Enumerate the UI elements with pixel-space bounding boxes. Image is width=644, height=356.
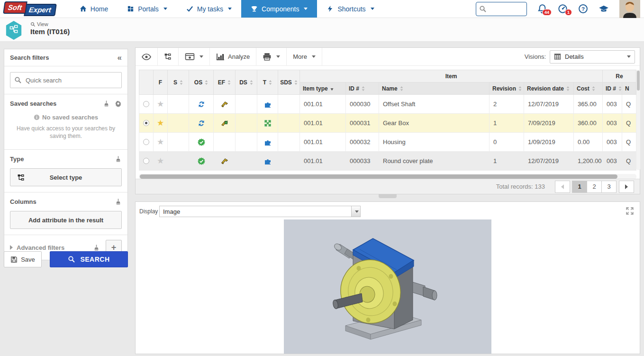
help-button[interactable] xyxy=(578,4,588,14)
structure-button[interactable] xyxy=(158,48,179,65)
visions-select[interactable]: Details xyxy=(550,50,635,64)
favorite-star-icon[interactable]: ★ xyxy=(157,100,164,109)
avatar[interactable] xyxy=(619,0,640,18)
row-radio[interactable] xyxy=(143,101,149,107)
table-row-selected[interactable]: ★ 001.01 000031 Gear Box 1 7/09/2019 360… xyxy=(139,114,636,133)
search-button[interactable]: SEARCH xyxy=(50,251,128,267)
print-button[interactable] xyxy=(256,48,287,65)
part-icon xyxy=(220,157,229,165)
prev-page-button[interactable] xyxy=(555,181,570,193)
graduation-cap-icon xyxy=(599,4,609,14)
cell-re-id: 003 xyxy=(603,133,622,152)
part-icon xyxy=(220,100,229,109)
sort-icon xyxy=(592,86,595,91)
columns-title: Columns xyxy=(10,198,36,205)
sort-icon xyxy=(205,80,208,85)
nav-home-label: Home xyxy=(91,5,108,13)
collapse-chevrons-icon[interactable]: « xyxy=(118,53,122,63)
table-row[interactable]: ★ 001.01 000032 Housing 0 1/09/2019 0.00… xyxy=(139,133,636,152)
nav-home[interactable]: Home xyxy=(70,0,118,18)
cell-re-name: Q xyxy=(622,114,636,133)
arrow-left-icon xyxy=(561,184,564,189)
header-name[interactable]: Name xyxy=(379,82,490,95)
display-select[interactable]: Image xyxy=(159,206,361,217)
gear-icon[interactable] xyxy=(115,100,122,107)
analyze-label: Analyze xyxy=(228,53,250,60)
header-sds[interactable]: SDS xyxy=(278,70,300,95)
page-button-3[interactable]: 3 xyxy=(601,181,617,193)
view-search-icon xyxy=(30,22,36,27)
avatar-image xyxy=(619,0,640,18)
page-button-1[interactable]: 1 xyxy=(572,181,587,193)
export-button[interactable] xyxy=(179,48,210,65)
header-ef[interactable]: EF xyxy=(214,70,236,95)
favorite-star-icon[interactable]: ★ xyxy=(157,119,164,128)
header-re-name[interactable]: N xyxy=(622,82,636,95)
header-t[interactable]: T xyxy=(257,70,278,95)
favorite-star-icon[interactable]: ★ xyxy=(157,156,164,165)
quick-search-input[interactable] xyxy=(10,72,122,88)
activity-button[interactable]: 1 xyxy=(558,4,568,14)
search-filters-header: Search filters « xyxy=(4,49,127,66)
page-button-2[interactable]: 2 xyxy=(587,181,602,193)
expand-arrows-icon[interactable] xyxy=(626,207,634,215)
nav-shortcuts-label: Shortcuts xyxy=(337,5,365,13)
export-window-icon xyxy=(185,53,195,61)
header-cost[interactable]: Cost xyxy=(574,82,603,95)
shortcuts-bolt-icon xyxy=(327,5,334,12)
table-row[interactable]: ★ 001.01 000033 Round cover plate 1 12/0… xyxy=(139,152,636,171)
search-label: SEARCH xyxy=(80,256,109,263)
vertical-scrollbar[interactable] xyxy=(636,70,640,170)
clear-filter-icon[interactable] xyxy=(93,244,100,251)
header-favorite[interactable]: F xyxy=(154,70,168,95)
expand-triangle-icon[interactable] xyxy=(10,245,13,250)
row-radio[interactable] xyxy=(143,158,149,164)
view-button[interactable] xyxy=(136,48,158,65)
cell-revision: 1 xyxy=(490,114,524,133)
softexpert-logo[interactable]: Soft Expert xyxy=(4,0,56,18)
nav-my-tasks[interactable]: My tasks xyxy=(177,0,241,18)
advanced-filters-label[interactable]: Advanced filters xyxy=(17,244,64,251)
select-type-button[interactable]: Select type xyxy=(10,168,122,186)
header-ds[interactable]: DS xyxy=(236,70,257,95)
preview-panel: Display Image xyxy=(135,201,640,354)
cell-id: 000031 xyxy=(346,114,379,133)
arrow-right-icon xyxy=(625,184,628,189)
table-row[interactable]: ★ 001.01 000030 Offset Shaft 2 12/07/201… xyxy=(139,95,636,114)
search-icon xyxy=(14,76,22,84)
header-item-type[interactable]: Item type xyxy=(300,82,346,95)
clear-filter-icon[interactable] xyxy=(103,100,110,107)
header-revision[interactable]: Revision xyxy=(490,82,524,95)
header-id[interactable]: ID # xyxy=(346,82,379,95)
nav-shortcuts[interactable]: Shortcuts xyxy=(317,0,383,18)
row-radio[interactable] xyxy=(143,139,149,145)
grid-footer: Total records: 133 1 2 3 xyxy=(136,179,640,194)
nav-components[interactable]: Components xyxy=(241,0,317,18)
more-button[interactable]: More xyxy=(287,48,322,65)
header-os[interactable]: OS xyxy=(189,70,214,95)
notifications-button[interactable]: 44 xyxy=(537,4,547,14)
add-attribute-button[interactable]: Add attribute in the result xyxy=(10,211,122,229)
cell-revision: 0 xyxy=(490,133,524,152)
display-select-value: Image xyxy=(160,208,351,215)
sort-icon xyxy=(269,80,272,85)
row-radio-selected[interactable] xyxy=(143,120,149,126)
cell-re-name: Q xyxy=(622,152,636,171)
clear-filter-icon[interactable] xyxy=(115,155,122,163)
cell-item-type: 001.01 xyxy=(300,114,346,133)
header-revision-date[interactable]: Revision date xyxy=(524,82,574,95)
analyze-button[interactable]: Analyze xyxy=(210,48,256,65)
save-button[interactable]: Save xyxy=(4,251,42,267)
header-s[interactable]: S xyxy=(168,70,189,95)
next-page-button[interactable] xyxy=(619,181,634,193)
nav-portals[interactable]: Portals xyxy=(118,0,177,18)
panel-splitter-handle[interactable] xyxy=(379,194,397,198)
puzzle-green-icon xyxy=(263,119,272,128)
clear-filter-icon[interactable] xyxy=(115,198,122,205)
header-re-id[interactable]: ID # xyxy=(603,82,622,95)
favorite-star-icon[interactable]: ★ xyxy=(157,137,164,146)
cell-revision: 1 xyxy=(490,152,524,171)
visions-control: Visions: Details xyxy=(525,48,640,65)
chevron-down-icon xyxy=(312,55,316,58)
training-button[interactable] xyxy=(599,4,609,14)
